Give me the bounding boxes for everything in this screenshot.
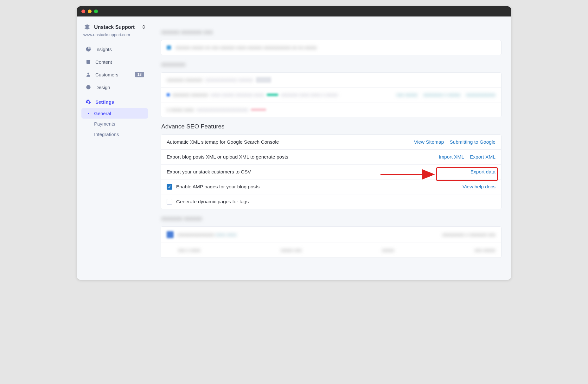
seo-row-xml: Export blog posts XML or upload XML to g…: [161, 150, 501, 165]
link-import-xml[interactable]: Import XML: [439, 154, 464, 160]
brand-name: Unstack Support: [94, 24, 142, 30]
user-icon: [85, 71, 92, 78]
seo-row-tags: Generate dynamic pages for tags: [161, 194, 501, 209]
nav-insights[interactable]: Insights: [81, 43, 148, 55]
nav-label: Settings: [95, 99, 114, 105]
row-label: Export your unstack customers to CSV: [167, 169, 251, 175]
nav-label: Insights: [95, 47, 112, 52]
chevron-updown-icon: [142, 25, 145, 30]
row-label: Automatic XML sitemap for Google Search …: [167, 139, 279, 145]
nav-design[interactable]: Design: [81, 81, 148, 94]
brand-url: www.unstacksupport.com: [81, 32, 148, 43]
blurred-card: xxxxxxxxxxxxxxx xxxx xxxxxxxxxxxxx x xxx…: [161, 226, 502, 258]
row-label: Enable AMP pages for your blog posts: [176, 184, 259, 190]
svg-rect-0: [86, 60, 90, 64]
window-close-icon[interactable]: [81, 10, 85, 13]
subnav-label: General: [94, 111, 111, 116]
blurred-heading: xxxxxx xxxxxxx xxx: [161, 29, 502, 36]
subnav-integrations[interactable]: Integrations: [81, 129, 148, 140]
document-icon: [85, 59, 92, 65]
annotation-arrow-icon: [380, 172, 438, 179]
link-export-xml[interactable]: Export XML: [470, 154, 495, 160]
window-minimize-icon[interactable]: [88, 10, 92, 13]
link-help-docs[interactable]: View help docs: [463, 184, 495, 190]
brand-switcher[interactable]: Unstack Support: [81, 22, 148, 32]
nav-label: Customers: [95, 72, 118, 77]
nav-customers[interactable]: Customers 13: [81, 68, 148, 81]
annotation-highlight-box: [436, 167, 498, 181]
blurred-card: xxxxxxx xxxxxxx xxxxxxxxxxxxx xxxxxx xxx…: [161, 72, 502, 117]
row-label: Export blog posts XML or upload XML to g…: [167, 154, 288, 160]
link-view-sitemap[interactable]: View Sitemap: [414, 139, 444, 145]
svg-point-2: [86, 85, 91, 89]
nav-label: Content: [95, 59, 112, 65]
sidebar: Unstack Support www.unstacksupport.com I…: [77, 16, 151, 280]
svg-point-1: [87, 73, 89, 75]
seo-row-amp: Enable AMP pages for your blog posts Vie…: [161, 179, 501, 194]
pie-chart-icon: [85, 46, 92, 52]
row-label: Generate dynamic pages for tags: [176, 199, 249, 205]
brand-logo-icon: [83, 23, 91, 31]
subnav-general[interactable]: General: [81, 108, 148, 119]
checkbox-amp[interactable]: [167, 184, 172, 190]
nav-label: Design: [95, 85, 110, 90]
subnav-label: Integrations: [94, 132, 119, 137]
main-content: xxxxxx xxxxxxx xxx xxxxxx xxxxx xx xxx x…: [151, 16, 511, 280]
nav-content[interactable]: Content: [81, 55, 148, 68]
app-body: Unstack Support www.unstacksupport.com I…: [77, 16, 511, 280]
subnav-payments[interactable]: Payments: [81, 119, 148, 129]
nav-settings[interactable]: Settings: [81, 95, 148, 108]
subnav-label: Payments: [94, 121, 115, 127]
titlebar: [77, 6, 511, 16]
window-maximize-icon[interactable]: [94, 10, 98, 13]
checkbox-tags[interactable]: [167, 199, 172, 205]
blurred-heading: xxxxxxx xxxxxx: [161, 215, 502, 222]
gear-icon: [85, 99, 92, 105]
blurred-card: xxxxxx xxxxx xx xxx xxxxxx xxxx xxxxxx x…: [161, 40, 502, 55]
seo-row-sitemap: Automatic XML sitemap for Google Search …: [161, 135, 501, 150]
app-window: Unstack Support www.unstacksupport.com I…: [77, 6, 511, 280]
palette-icon: [85, 84, 92, 90]
seo-heading: Advance SEO Features: [161, 123, 502, 130]
customers-badge: 13: [135, 72, 144, 77]
blurred-heading: xxxxxxxx: [161, 61, 502, 68]
link-submitting-google[interactable]: Submitting to Google: [450, 139, 495, 145]
